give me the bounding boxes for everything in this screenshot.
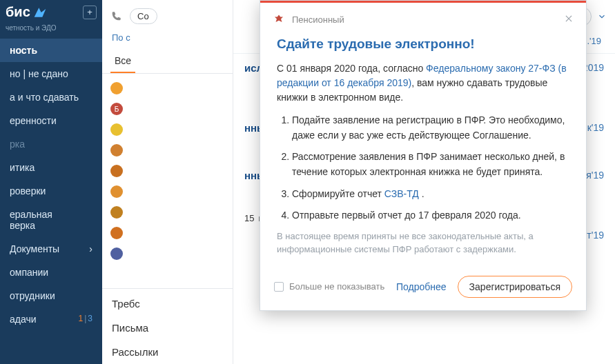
sidebar-item-6[interactable]: роверки <box>0 179 102 203</box>
sidebar: бис + четность и ЭДО ностьно | не сданоа… <box>0 0 102 364</box>
bird-icon <box>33 6 47 19</box>
agency-row-4[interactable] <box>102 161 233 181</box>
brand-name: бис <box>6 4 30 20</box>
agency-row-7[interactable] <box>102 223 233 243</box>
modal-intro: С 01 января 2020 года, согласно Федераль… <box>277 61 569 105</box>
modal-body: Сдайте трудовые электронно! С 01 января … <box>260 37 586 266</box>
agency-icon <box>110 227 123 239</box>
agency-icon: Б <box>110 103 123 115</box>
dont-show-checkbox[interactable] <box>274 282 284 292</box>
sidebar-item-1[interactable]: но | не сдано <box>0 62 102 85</box>
agency-icon <box>110 82 123 94</box>
dont-show-label: Больше не показывать <box>289 281 384 292</box>
agency-row-8[interactable] <box>102 243 233 264</box>
filter-panel: По с Все Б ТребсПисьмаРассылки <box>102 0 233 364</box>
agency-icon <box>110 185 123 198</box>
sidebar-item-5[interactable]: итика <box>0 156 102 179</box>
sidebar-item-4[interactable]: рка <box>0 132 102 156</box>
chevron-right-icon: › <box>89 243 92 254</box>
modal-steps: Подайте заявление на регистрацию в ПФР. … <box>277 113 569 223</box>
agency-tabs: Все <box>102 50 233 74</box>
chevron-down-icon[interactable] <box>597 12 607 21</box>
sidebar-item-11[interactable]: адачи1|3 <box>0 307 102 331</box>
add-button[interactable]: + <box>83 6 97 19</box>
agency-icon <box>110 144 123 156</box>
sidebar-item-7[interactable]: еральная верка <box>0 203 102 237</box>
date-day: 15 <box>244 213 254 223</box>
close-button[interactable] <box>564 12 574 27</box>
step-2: Рассмотрение заявления в ПФР занимает не… <box>292 150 569 179</box>
filter-bottom-item-2[interactable]: Рассылки <box>102 340 233 364</box>
sidebar-item-8[interactable]: Документы › <box>0 237 102 261</box>
agency-row-2[interactable] <box>102 119 233 140</box>
phone-icon[interactable] <box>110 11 121 22</box>
step-4: Отправьте первый отчет до 17 февраля 202… <box>292 208 569 223</box>
filter-bottom-item-0[interactable]: Требс <box>102 292 233 316</box>
szv-td-link[interactable]: СЗВ-ТД <box>384 188 419 199</box>
sidebar-item-9[interactable]: омпании <box>0 261 102 284</box>
register-button[interactable]: Зарегистрироваться <box>458 276 572 298</box>
modal-badge: Пенсионный <box>292 14 344 25</box>
pension-modal: Пенсионный Сдайте трудовые электронно! С… <box>260 0 587 311</box>
pension-icon <box>273 14 285 26</box>
sidebar-top: бис + <box>0 0 102 24</box>
agency-tab-0[interactable]: Все <box>110 50 135 73</box>
modal-header: Пенсионный <box>260 3 586 34</box>
modal-note: В настоящее время приняты не все законод… <box>277 230 569 256</box>
sidebar-counts: 1|3 <box>79 314 93 323</box>
agency-row-3[interactable] <box>102 140 233 161</box>
modal-footer: Больше не показывать Подробнее Зарегистр… <box>260 266 586 310</box>
agency-row-6[interactable] <box>102 202 233 223</box>
agency-icon <box>110 206 123 219</box>
close-icon <box>564 14 574 23</box>
sidebar-item-2[interactable]: а и что сдавать <box>0 85 102 109</box>
filter-bottom-item-1[interactable]: Письма <box>102 316 233 340</box>
filter-link[interactable]: По с <box>102 27 233 50</box>
sidebar-item-0[interactable]: ность <box>0 39 102 62</box>
agency-row-1[interactable]: Б <box>102 99 233 119</box>
brand-subtitle: четность и ЭДО <box>0 24 102 39</box>
filter-top <box>102 0 233 27</box>
agency-row-5[interactable] <box>102 181 233 202</box>
agency-icon <box>110 123 123 136</box>
agency-row-0[interactable] <box>102 78 233 99</box>
main-area: IV кв.'19 исленности сотрудни...2019НС №… <box>233 0 615 364</box>
step-1: Подайте заявление на регистрацию в ПФР. … <box>292 113 569 143</box>
step-3: Сформируйте отчет СЗВ-ТД . <box>292 187 569 202</box>
agency-list: Б <box>102 74 233 288</box>
filter-search-input[interactable] <box>130 8 157 24</box>
sidebar-item-10[interactable]: отрудники <box>0 284 102 307</box>
sidebar-item-3[interactable]: еренности <box>0 109 102 132</box>
modal-title: Сдайте трудовые электронно! <box>277 37 569 52</box>
agency-icon <box>110 247 123 260</box>
more-link[interactable]: Подробнее <box>396 281 447 292</box>
agency-icon <box>110 165 123 177</box>
brand-logo[interactable]: бис <box>6 4 47 20</box>
filter-bottom-nav: ТребсПисьмаРассылки <box>102 288 233 364</box>
